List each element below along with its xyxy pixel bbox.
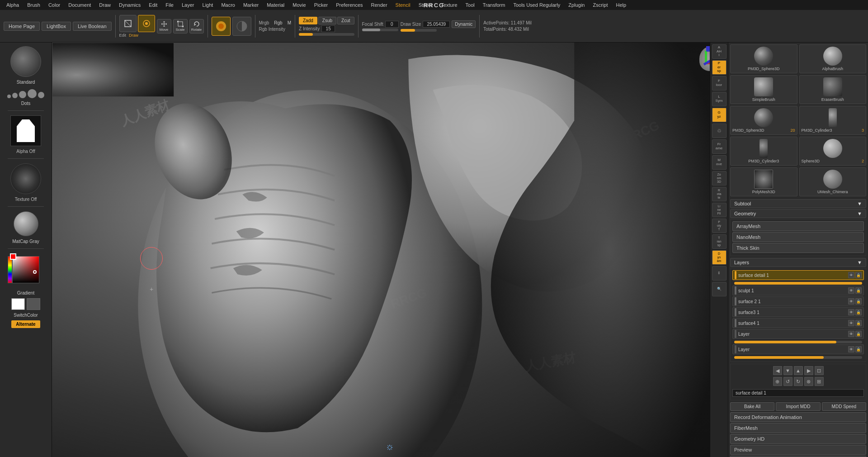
alpha-preview[interactable] <box>10 115 41 146</box>
draw-size-input[interactable]: 25.05439 <box>423 21 450 28</box>
alpha-label[interactable]: Alpha Off <box>16 149 35 154</box>
lightbox-button[interactable]: LightBox <box>42 22 71 31</box>
layer-lock-4[interactable]: 🔒 <box>855 309 862 315</box>
menu-item-marker[interactable]: Marker <box>240 1 262 9</box>
layer-item-surface-2-1[interactable]: surface 2 1 👁 🔒 <box>732 296 864 306</box>
zoom-btn[interactable]: 🔍 <box>712 282 726 296</box>
layer-lock-5[interactable]: 🔒 <box>855 320 862 326</box>
menu-item-tools-used[interactable]: Tools Used Regularly <box>509 1 564 9</box>
main-viewport[interactable]: 人人素材 RRCG RRCG 人人素材 RRCG <box>52 43 728 457</box>
nanomesh-button[interactable]: NanoMesh <box>732 232 864 242</box>
texture-label[interactable]: Texture Off <box>15 197 37 202</box>
mdd-speed-button[interactable]: MDD Speed <box>822 402 866 411</box>
layer-eye-6[interactable]: 👁 <box>848 331 854 337</box>
fibermesh-button[interactable]: FiberMesh <box>730 423 866 433</box>
layer-item-surface-detail-1[interactable]: surface detail 1 👁 🔒 <box>732 270 864 280</box>
gray-swatch[interactable] <box>27 298 40 310</box>
menu-item-light[interactable]: Light <box>199 1 217 9</box>
layer-name-input[interactable]: surface detail 1 <box>732 389 864 397</box>
brush-pm3d-cyl-2[interactable]: PM3D_Cylinder3 <box>730 137 797 166</box>
circle-mode-button[interactable] <box>212 17 231 36</box>
layer-item-sculpt-1[interactable]: sculpt 1 👁 🔒 <box>732 286 864 295</box>
menu-item-macro[interactable]: Macro <box>217 1 239 9</box>
brush-sphere3d[interactable]: Sphere3D 2 <box>799 137 867 166</box>
menu-item-material[interactable]: Material <box>263 1 288 9</box>
bake-all-button[interactable]: Bake All <box>730 402 774 411</box>
focal-shift-input[interactable]: 0 <box>385 21 399 28</box>
brush-preview[interactable] <box>10 46 41 77</box>
dynamic-button[interactable]: Dynamic <box>452 20 476 28</box>
rotate-button[interactable]: Rotate <box>189 19 204 33</box>
polyt-btn[interactable]: PolyT <box>712 219 726 233</box>
layer-eye-2[interactable]: 👁 <box>848 287 854 294</box>
move-button[interactable]: Move <box>157 19 171 33</box>
layer-box[interactable]: ⊡ <box>815 366 824 375</box>
layer-item-surface4-1[interactable]: surface4 1 👁 🔒 <box>732 318 864 328</box>
floor-btn[interactable]: Floor <box>712 76 726 90</box>
menu-item-render[interactable]: Render <box>368 1 391 9</box>
brush-pm3d-sphere3d-2[interactable]: PM3D_Sphere3D 20 <box>730 106 797 135</box>
zoomsd-btn[interactable]: Zoom3D <box>712 171 726 186</box>
menu-item-preferences[interactable]: Preferences <box>332 1 366 9</box>
layer-item-layer-1[interactable]: Layer 👁 🔒 <box>732 329 864 339</box>
menu-item-layer[interactable]: Layer <box>178 1 198 9</box>
layer-eye-7[interactable]: 👁 <box>848 346 854 352</box>
layer-lock-6[interactable]: 🔒 <box>855 331 862 337</box>
layer-arr-up[interactable]: ▲ <box>794 366 803 375</box>
brush-pm3d-sphere3d-1[interactable]: PM3D_Sphere3D <box>730 44 797 73</box>
linefll-btn[interactable]: LineFll <box>712 203 726 217</box>
arraymesh-button[interactable]: ArrayMesh <box>732 221 864 231</box>
menu-item-stencil[interactable]: Stencil <box>392 1 414 9</box>
focal-shift-slider[interactable] <box>362 29 398 31</box>
menu-item-dynamics[interactable]: Dynamics <box>115 1 144 9</box>
layer-lock-2[interactable]: 🔒 <box>855 287 862 294</box>
record-deformation-button[interactable]: Record Deformation Animation <box>730 412 866 422</box>
geometry-hd-button[interactable]: Geometry HD <box>730 434 866 444</box>
color-hue-strip[interactable] <box>8 256 12 283</box>
brush-simplebrush[interactable]: SimpleBrush <box>730 75 797 104</box>
menu-item-alpha[interactable]: Alpha <box>3 1 23 9</box>
layer-intensity-slider-7[interactable] <box>734 356 862 359</box>
menu-item-zplugin[interactable]: Zplugin <box>565 1 588 9</box>
scroll-btn[interactable]: ⇕ <box>712 266 726 281</box>
matcap-preview[interactable] <box>14 211 38 236</box>
menu-item-tool[interactable]: Tool <box>462 1 478 9</box>
layer-intensity-slider-1[interactable] <box>734 282 862 285</box>
edit-button[interactable] <box>119 15 137 32</box>
layer-btn-c[interactable]: ↻ <box>794 377 803 386</box>
preview-button[interactable]: Preview <box>730 445 866 455</box>
lsym-btn[interactable]: LSym <box>712 92 726 106</box>
movevp-btn[interactable]: Move <box>712 155 726 170</box>
brush-eraserbrush[interactable]: EraserBrush <box>799 75 867 104</box>
menu-item-document[interactable]: Document <box>65 1 94 9</box>
menu-item-draw[interactable]: Draw <box>95 1 114 9</box>
color-picker[interactable] <box>8 256 44 288</box>
transp-btn[interactable]: Transp <box>712 234 726 249</box>
zsub-button[interactable]: Zsub <box>318 17 336 24</box>
layer-btn-a[interactable]: ⊕ <box>773 377 782 386</box>
layer-eye-3[interactable]: 👁 <box>848 298 854 305</box>
layer-lock-1[interactable]: 🔒 <box>855 272 862 278</box>
layer-eye-1[interactable]: 👁 <box>848 272 854 278</box>
white-swatch[interactable] <box>11 298 25 310</box>
brush-pm3d-cyl-1[interactable]: PM3D_Cylinder3 3 <box>799 106 867 135</box>
menu-item-movie[interactable]: Movie <box>289 1 309 9</box>
frame-btn[interactable]: Frame <box>712 139 726 154</box>
color-saturation-gradient[interactable] <box>12 256 39 283</box>
layer-arr-right[interactable]: ▶ <box>804 366 813 375</box>
layer-btn-b[interactable]: ↺ <box>783 377 793 386</box>
menu-item-edit[interactable]: Edit <box>145 1 161 9</box>
scale-button[interactable]: Scale <box>173 19 188 33</box>
geometry-header[interactable]: Geometry ▼ <box>730 209 866 218</box>
brush-umesh-chimera[interactable]: UMesh_Chimera <box>799 167 867 196</box>
half-circle-button[interactable] <box>232 17 251 36</box>
layer-arr-left[interactable]: ◀ <box>773 366 782 375</box>
layer-eye-4[interactable]: 👁 <box>848 309 854 315</box>
persp-btn[interactable]: Persp <box>712 60 726 75</box>
layer-btn-e[interactable]: ⊞ <box>815 377 824 386</box>
menu-item-color[interactable]: Color <box>45 1 64 9</box>
aahl-btn[interactable]: AAHl <box>712 44 726 59</box>
import-mdd-button[interactable]: Import MDD <box>776 402 820 411</box>
layer-arr-down[interactable]: ▼ <box>783 366 793 375</box>
viewport-3d[interactable]: 人人素材 RRCG RRCG 人人素材 RRCG <box>52 43 728 457</box>
